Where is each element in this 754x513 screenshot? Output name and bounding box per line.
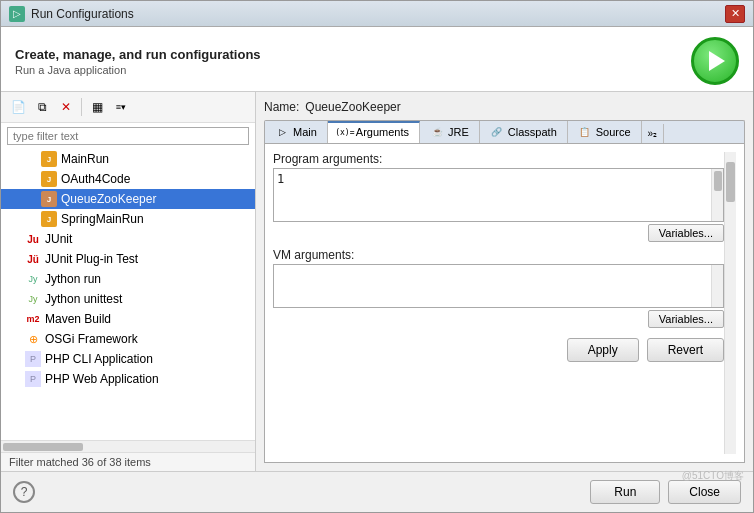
- help-button[interactable]: ?: [13, 481, 35, 503]
- header-section: Create, manage, and run configurations R…: [1, 27, 753, 92]
- program-args-label: Program arguments:: [273, 152, 724, 166]
- header-subtitle: Run a Java application: [15, 64, 261, 76]
- watermark: @51CTO博客: [682, 469, 744, 483]
- vm-args-scrollbar[interactable]: [711, 265, 723, 307]
- apply-revert-row: Apply Revert: [273, 334, 724, 362]
- maven-icon: m2: [25, 311, 41, 327]
- vm-args-textarea-wrapper: [273, 264, 724, 308]
- tab-content-inner: Program arguments: Variables...: [273, 152, 736, 454]
- close-button[interactable]: Close: [668, 480, 741, 504]
- main-content: 📄 ⧉ ✕ ▦ ≡▾ J MainRun J OAuth4Code: [1, 92, 753, 471]
- main-tab-icon: ▷: [275, 125, 289, 139]
- tab-jre[interactable]: ☕ JRE: [420, 121, 480, 143]
- tree-item-jython-run[interactable]: Jy Jython run: [1, 269, 255, 289]
- jre-tab-icon: ☕: [430, 125, 444, 139]
- delete-button[interactable]: ✕: [55, 96, 77, 118]
- tab-arguments[interactable]: (x)= Arguments: [328, 121, 420, 143]
- tree-item-label: MainRun: [61, 152, 109, 166]
- tree-item-php-cli[interactable]: P PHP CLI Application: [1, 349, 255, 369]
- tab-source-label: Source: [596, 126, 631, 138]
- java-icon: J: [41, 191, 57, 207]
- duplicate-button[interactable]: ⧉: [31, 96, 53, 118]
- tree-item-label: JUnit: [45, 232, 72, 246]
- filter-button[interactable]: ▦: [86, 96, 108, 118]
- tree-item-label: SpringMainRun: [61, 212, 144, 226]
- left-panel: 📄 ⧉ ✕ ▦ ≡▾ J MainRun J OAuth4Code: [1, 92, 256, 471]
- menu-button[interactable]: ≡▾: [110, 96, 132, 118]
- tree-item-queuezookeeper[interactable]: J QueueZooKeeper: [1, 189, 255, 209]
- revert-button[interactable]: Revert: [647, 338, 724, 362]
- tab-arguments-label: Arguments: [356, 126, 409, 138]
- php-cli-icon: P: [25, 351, 41, 367]
- tab-overflow[interactable]: »₂: [642, 124, 665, 143]
- tree-item-php-web[interactable]: P PHP Web Application: [1, 369, 255, 389]
- tree-item-springmainrun[interactable]: J SpringMainRun: [1, 209, 255, 229]
- java-icon: J: [41, 151, 57, 167]
- vm-args-textarea[interactable]: [274, 265, 711, 307]
- java-icon: J: [41, 211, 57, 227]
- jython-icon: Jy: [25, 271, 41, 287]
- tree-item-label: Maven Build: [45, 312, 111, 326]
- filter-status: Filter matched 36 of 38 items: [1, 452, 255, 471]
- program-args-variables-button[interactable]: Variables...: [648, 224, 724, 242]
- h-scroll-thumb[interactable]: [3, 443, 83, 451]
- tab-source[interactable]: 📋 Source: [568, 121, 642, 143]
- tree-item-label: Jython run: [45, 272, 101, 286]
- program-args-scrollbar[interactable]: [711, 169, 723, 221]
- tree-item-label: OAuth4Code: [61, 172, 130, 186]
- tree-item-osgi[interactable]: ⊕ OSGi Framework: [1, 329, 255, 349]
- toolbar: 📄 ⧉ ✕ ▦ ≡▾: [1, 92, 255, 123]
- header-title: Create, manage, and run configurations: [15, 47, 261, 62]
- tree-item-label: Jython unittest: [45, 292, 122, 306]
- right-scroll-thumb: [726, 162, 735, 202]
- tree-item-label: PHP Web Application: [45, 372, 159, 386]
- vm-args-label: VM arguments:: [273, 248, 724, 262]
- right-panel: Name: QueueZooKeeper ▷ Main (x)= Argumen…: [256, 92, 753, 471]
- tree-item-label: QueueZooKeeper: [61, 192, 156, 206]
- vm-args-variables-button[interactable]: Variables...: [648, 310, 724, 328]
- tree-item-junit[interactable]: Ju JUnit: [1, 229, 255, 249]
- right-scrollbar[interactable]: [724, 152, 736, 454]
- horizontal-scrollbar[interactable]: [1, 440, 255, 452]
- tree-item-junit-plugin[interactable]: Jü JUnit Plug-in Test: [1, 249, 255, 269]
- source-tab-icon: 📋: [578, 125, 592, 139]
- tab-overflow-label: »₂: [648, 128, 658, 139]
- tree-item-label: PHP CLI Application: [45, 352, 153, 366]
- tab-main[interactable]: ▷ Main: [265, 121, 328, 143]
- tree-item-mainrun[interactable]: J MainRun: [1, 149, 255, 169]
- toolbar-divider: [81, 98, 82, 116]
- php-web-icon: P: [25, 371, 41, 387]
- tab-content-main: Program arguments: Variables...: [273, 152, 724, 454]
- apply-button[interactable]: Apply: [567, 338, 639, 362]
- run-icon-button[interactable]: [691, 37, 739, 85]
- header-text: Create, manage, and run configurations R…: [15, 47, 261, 76]
- program-args-textarea-wrapper: [273, 168, 724, 222]
- window-icon: ▷: [9, 6, 25, 22]
- tree-item-jython-unittest[interactable]: Jy Jython unittest: [1, 289, 255, 309]
- close-window-button[interactable]: ✕: [725, 5, 745, 23]
- tab-classpath-label: Classpath: [508, 126, 557, 138]
- tabs-bar: ▷ Main (x)= Arguments ☕ JRE 🔗 Classpath …: [264, 120, 745, 143]
- tab-main-label: Main: [293, 126, 317, 138]
- bottom-bar: ? Run Close: [1, 471, 753, 512]
- tab-jre-label: JRE: [448, 126, 469, 138]
- filter-input[interactable]: [7, 127, 249, 145]
- run-configurations-window: ▷ Run Configurations ✕ Create, manage, a…: [0, 0, 754, 513]
- name-label: Name:: [264, 100, 299, 114]
- vm-args-section: VM arguments: Variables...: [273, 248, 724, 328]
- title-bar: ▷ Run Configurations ✕: [1, 1, 753, 27]
- tab-classpath[interactable]: 🔗 Classpath: [480, 121, 568, 143]
- tree-item-maven[interactable]: m2 Maven Build: [1, 309, 255, 329]
- tree-area: J MainRun J OAuth4Code J QueueZooKeeper …: [1, 149, 255, 440]
- tree-item-label: JUnit Plug-in Test: [45, 252, 138, 266]
- new-config-button[interactable]: 📄: [7, 96, 29, 118]
- junit-icon: Ju: [25, 231, 41, 247]
- jython-unittest-icon: Jy: [25, 291, 41, 307]
- name-row: Name: QueueZooKeeper: [264, 100, 745, 114]
- tab-content: Program arguments: Variables...: [264, 143, 745, 463]
- program-args-textarea[interactable]: [274, 169, 711, 221]
- run-button[interactable]: Run: [590, 480, 660, 504]
- name-value: QueueZooKeeper: [305, 100, 745, 114]
- tree-item-oauth4code[interactable]: J OAuth4Code: [1, 169, 255, 189]
- tree-item-label: OSGi Framework: [45, 332, 138, 346]
